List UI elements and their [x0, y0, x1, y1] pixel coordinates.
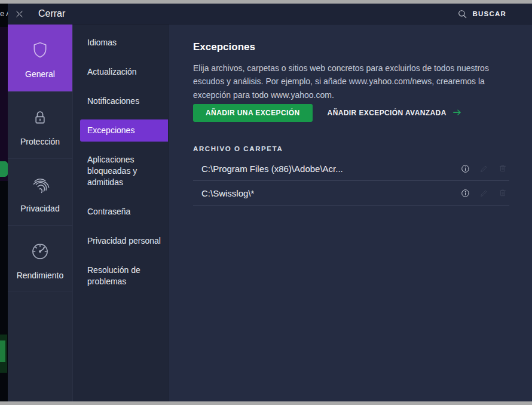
fingerprint-icon: [30, 174, 50, 195]
primary-sidebar: General Protección: [8, 24, 72, 401]
description-line: escudos y análisis. Por ejemplo, si añad…: [193, 75, 509, 88]
close-label: Cerrar: [38, 8, 65, 19]
edit-button[interactable]: [479, 164, 489, 173]
menu-item-aplicaciones-bloqueadas[interactable]: Aplicaciones bloqueadas y admitidas: [80, 149, 168, 194]
page-title: Excepciones: [193, 41, 509, 54]
info-button[interactable]: [460, 188, 470, 198]
shield-icon: [30, 40, 50, 60]
sidebar-item-proteccion[interactable]: Protección: [8, 91, 72, 158]
titlebar: Cerrar BUSCAR: [8, 4, 532, 24]
edit-button[interactable]: [479, 188, 489, 198]
sidebar-item-label: General: [25, 69, 55, 79]
sidebar-item-label: Privacidad: [20, 204, 59, 213]
sidebar-filler: [8, 292, 72, 401]
menu-item-excepciones[interactable]: Excepciones: [80, 119, 168, 142]
exception-row: C:\Swisslog\*: [193, 181, 509, 205]
info-icon: [460, 164, 470, 174]
window-bottom-border: [0, 401, 532, 405]
sidebar-item-label: Protección: [20, 137, 60, 146]
menu-item-privacidad-personal[interactable]: Privacidad personal: [80, 230, 168, 252]
delete-button[interactable]: [498, 164, 507, 173]
background-window-fragment: [0, 340, 5, 362]
sidebar-item-label: Rendimiento: [17, 271, 64, 280]
close-icon: [15, 10, 24, 19]
main-content: Excepciones Elija archivos, carpetas o s…: [168, 24, 532, 401]
info-icon: [460, 188, 470, 198]
sidebar-item-privacidad[interactable]: Privacidad: [8, 158, 72, 225]
settings-window: Cerrar BUSCAR General: [0, 0, 532, 405]
info-button[interactable]: [460, 164, 470, 174]
menu-item-contrasena[interactable]: Contraseña: [80, 201, 168, 223]
background-window-sliver: e A: [0, 4, 8, 401]
menu-item-resolucion-problemas[interactable]: Resolución de problemas: [80, 259, 168, 293]
sidebar-item-general[interactable]: General: [8, 24, 72, 91]
arrow-right-icon: [452, 109, 462, 117]
avast-settings-app: Cerrar BUSCAR General: [8, 4, 532, 401]
trash-icon: [498, 188, 507, 198]
search-icon: [457, 9, 467, 19]
gauge-icon: [30, 241, 50, 262]
menu-item-notificaciones[interactable]: Notificaciones: [80, 90, 168, 112]
trash-icon: [498, 164, 507, 173]
pencil-icon: [479, 188, 489, 198]
row-actions: [460, 164, 509, 174]
row-actions: [460, 188, 509, 198]
description-line: Elija archivos, carpetas o sitios web co…: [193, 62, 509, 75]
delete-button[interactable]: [498, 188, 507, 198]
close-button[interactable]: Cerrar: [15, 8, 65, 19]
sidebar-item-rendimiento[interactable]: Rendimiento: [8, 225, 72, 292]
advanced-link-label: AÑADIR EXCEPCIÓN AVANZADA: [328, 109, 447, 117]
background-window-title-fragment: e A: [0, 9, 8, 18]
page-description: Elija archivos, carpetas o sitios web co…: [193, 62, 509, 102]
search-button[interactable]: BUSCAR: [457, 9, 506, 19]
exception-path: C:\Swisslog\*: [201, 188, 254, 198]
menu-item-idiomas[interactable]: Idiomas: [80, 32, 168, 54]
description-line: excepción para todo www.yahoo.com.: [193, 88, 509, 102]
menu-item-actualizacion[interactable]: Actualización: [80, 61, 168, 83]
exception-list: C:\Program Files (x86)\Adobe\Acr...: [193, 157, 509, 205]
window-body: General Protección: [8, 24, 532, 401]
secondary-sidebar: Idiomas Actualización Notificaciones Exc…: [72, 24, 168, 401]
add-exception-button[interactable]: AÑADIR UNA EXCEPCIÓN: [193, 104, 313, 122]
pencil-icon: [479, 164, 489, 173]
background-window-fragment: [0, 161, 8, 177]
add-advanced-exception-link[interactable]: AÑADIR EXCEPCIÓN AVANZADA: [328, 109, 462, 117]
lock-icon: [30, 108, 50, 128]
exception-path: C:\Program Files (x86)\Adobe\Acr...: [201, 164, 343, 174]
exception-row: C:\Program Files (x86)\Adobe\Acr...: [193, 157, 509, 181]
actions-row: AÑADIR UNA EXCEPCIÓN AÑADIR EXCEPCIÓN AV…: [193, 104, 509, 122]
background-window-fragment: [0, 27, 8, 181]
search-label: BUSCAR: [473, 10, 506, 17]
window-top-border: [0, 0, 532, 4]
section-header: ARCHIVO O CARPETA: [193, 145, 509, 152]
